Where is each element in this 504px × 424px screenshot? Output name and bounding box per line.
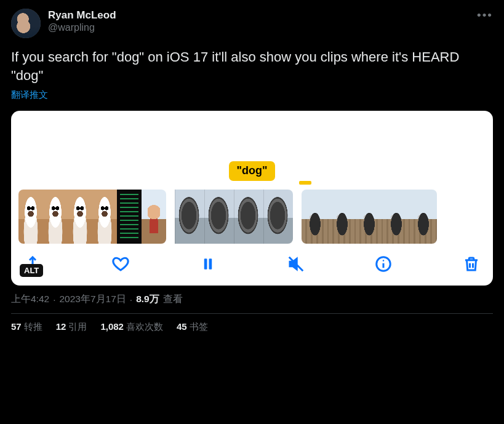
timeline-marker-icon xyxy=(299,181,311,185)
search-tag-row: "dog" xyxy=(18,161,486,181)
clip-frame xyxy=(356,190,383,244)
quotes-label: 引用 xyxy=(68,321,87,332)
tweet-date[interactable]: 2023年7月17日 xyxy=(59,293,126,306)
delete-button[interactable] xyxy=(461,254,482,274)
info-button[interactable] xyxy=(373,254,394,274)
likes-stat[interactable]: 1,082喜欢次数 xyxy=(100,321,163,333)
clip-frame xyxy=(68,190,92,244)
video-filmstrip[interactable] xyxy=(18,190,486,244)
clip-frame xyxy=(175,190,204,244)
clip-frame xyxy=(410,190,437,244)
clip-group-1[interactable] xyxy=(18,190,166,244)
clip-frame xyxy=(142,190,166,244)
quotes-stat[interactable]: 12引用 xyxy=(56,321,87,333)
tweet-meta-line: 上午4:42 · 2023年7月17日 · 8.9万 查看 xyxy=(11,293,493,306)
tweet-body-text: If you search for "dog" on iOS 17 it'll … xyxy=(11,48,493,84)
bookmarks-label: 书签 xyxy=(190,321,208,332)
quotes-count: 12 xyxy=(56,321,66,332)
translate-link[interactable]: 翻译推文 xyxy=(11,89,493,101)
tweet-header: Ryan McLeod @warpling xyxy=(11,9,493,38)
retweets-label: 转推 xyxy=(24,321,42,332)
clip-frame xyxy=(302,190,329,244)
retweets-count: 57 xyxy=(11,321,22,332)
bookmarks-stat[interactable]: 45书签 xyxy=(177,321,208,333)
author-handle: @warpling xyxy=(48,22,116,34)
media-toolbar xyxy=(18,254,486,274)
trash-icon xyxy=(462,255,481,273)
tweet-time[interactable]: 上午4:42 xyxy=(11,293,49,306)
more-options-button[interactable]: ••• xyxy=(477,9,493,22)
bookmarks-count: 45 xyxy=(177,321,187,332)
svg-rect-0 xyxy=(204,259,207,270)
clip-frame xyxy=(117,190,142,244)
view-count-label: 查看 xyxy=(163,293,183,306)
tweet-container: ••• Ryan McLeod @warpling If you search … xyxy=(0,0,504,339)
author-name-block[interactable]: Ryan McLeod @warpling xyxy=(48,9,116,34)
meta-sep: · xyxy=(130,294,132,305)
mute-button[interactable] xyxy=(286,254,306,274)
clip-group-2[interactable] xyxy=(175,190,293,244)
heart-icon xyxy=(111,255,130,273)
engagement-stats: 57转推 12引用 1,082喜欢次数 45书签 xyxy=(11,314,493,333)
meta-sep: · xyxy=(53,294,55,305)
clip-frame xyxy=(329,190,356,244)
clip-frame xyxy=(263,190,293,244)
like-button[interactable] xyxy=(110,254,131,274)
media-whitespace xyxy=(18,118,486,161)
search-term-tag: "dog" xyxy=(229,161,274,181)
clip-frame xyxy=(18,190,43,244)
author-display-name: Ryan McLeod xyxy=(48,9,116,22)
likes-label: 喜欢次数 xyxy=(126,321,163,332)
alt-badge[interactable]: ALT xyxy=(20,264,43,277)
clip-frame xyxy=(234,190,263,244)
retweets-stat[interactable]: 57转推 xyxy=(11,321,42,333)
author-avatar[interactable] xyxy=(11,9,41,38)
clip-frame xyxy=(204,190,234,244)
clip-frame xyxy=(383,190,410,244)
pause-icon xyxy=(199,255,217,273)
clip-frame xyxy=(43,190,68,244)
clip-group-3[interactable] xyxy=(302,190,437,244)
info-icon xyxy=(374,255,393,273)
likes-count: 1,082 xyxy=(100,321,124,332)
view-count: 8.9万 xyxy=(136,293,159,306)
media-embed[interactable]: "dog" xyxy=(11,111,493,286)
speaker-muted-icon xyxy=(287,255,305,273)
pause-button[interactable] xyxy=(198,254,218,274)
svg-point-4 xyxy=(383,260,385,262)
svg-rect-1 xyxy=(209,259,212,270)
clip-frame xyxy=(92,190,117,244)
